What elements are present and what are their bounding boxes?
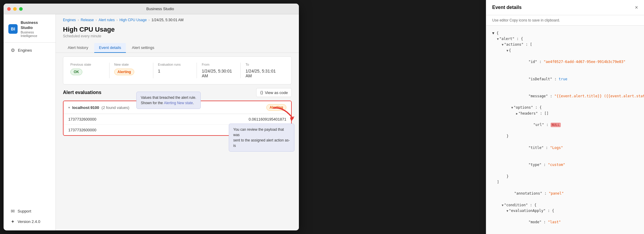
support-label: Support [18,209,31,213]
metric-value-to: 1/24/25, 5:31:01 AM [245,69,279,78]
eval-row: 1737732600000 0.0611609195401871 [64,114,291,125]
eval-col1-1: 1737732600000 [68,117,177,121]
view-as-code-label: View as code [265,90,288,95]
tooltip-payload: You can review the payload that wassent … [229,124,294,152]
page-title: High CPU Usage [63,26,292,33]
json-line: "message" : "{{event.alert.title}} ({{ev… [492,88,638,105]
sidebar-item-version[interactable]: ✦ Version 2.4.0 [6,216,53,227]
breadcrumb-alert-rules[interactable]: Alert rules [98,18,115,22]
sidebar-item-label: Engines [18,48,32,53]
breadcrumb: Engines › Release › Alert rules › High C… [56,14,299,24]
event-panel-body: ▼ { ▼"alert" : { ▼"actions" : [ ▼{ "id" … [486,26,644,234]
view-as-code-button[interactable]: ⟨⟩ View as code [256,88,292,97]
page-subtitle: Scheduled every minute [63,34,292,38]
metric-value-previous: OK [70,69,104,75]
app-name: Business Studio [21,20,51,30]
engines-icon: ⚙ [11,47,15,53]
metric-label-eval: Evaluation runs [158,63,192,66]
app-sub: Business Intelligence [21,30,51,38]
sidebar-item-support[interactable]: ✉ Support [6,206,53,216]
sidebar-logo: BI Business Studio Business Intelligence [4,18,55,43]
json-line: "title" : "Logs" [492,139,638,157]
metric-value-from: 1/24/25, 5:30:01 AM [202,69,236,78]
tab-alert-history[interactable]: Alert history [63,43,93,53]
event-details-panel: Event details × Use editor Copy icons to… [486,0,644,234]
tooltip-text-after: . [193,101,194,105]
json-line: "type" : "custom" [492,156,638,174]
metric-previous-state: Previous state OK [70,63,109,78]
svg-marker-0 [290,116,294,121]
version-label: Version 2.4.0 [18,219,40,224]
badge-alerting: Alerting [114,69,134,75]
json-line: "annotations" : "panel" [492,185,638,202]
json-line: } [492,174,638,179]
json-line: "mode" : "last" [492,214,638,231]
event-panel-header: Event details × [486,0,644,15]
eval-col2-1: 0.0611609195401871 [177,117,287,121]
metric-new-state: New state Alerting [109,63,153,78]
breadcrumb-high-cpu[interactable]: High CPU Usage [119,18,146,22]
metric-label-to: To [245,63,279,66]
close-button[interactable]: × [635,5,638,10]
metric-value-eval: 1 [158,69,192,73]
json-line: ▼ { [492,30,638,36]
metric-label-previous: Previous state [70,63,104,66]
json-line: ▼"evaluationApply" : { [492,208,638,214]
metric-value-new: Alerting [114,69,148,75]
metric-label-new: New state [114,63,148,66]
json-line: "id" : "ae4f0527-6add-4d67-95ee-9914b3c7… [492,53,638,71]
minimize-button[interactable] [13,7,17,11]
eval-col1-2: 1737732600000 [68,128,177,132]
json-line: "isDefault" : true [492,70,638,88]
metric-eval-runs: Evaluation runs 1 [153,63,197,78]
json-line: ▼"options" : { [492,105,638,110]
event-panel-hint: Use editor Copy icons to save in clipboa… [486,15,644,26]
maximize-button[interactable] [19,7,23,11]
sidebar-item-engines[interactable]: ⚙ Engines [6,45,53,56]
tooltip-breached: Values that breached the alert rule.Show… [136,92,201,109]
tooltip-highlight: Alerting New state [164,101,193,105]
json-line: ▼"condition" : { [492,202,638,208]
metric-to: To 1/24/25, 5:31:01 AM [241,63,284,78]
json-line: ▼"actions" : [ [492,42,638,47]
json-line: ▶"headers" : [] [492,111,638,116]
code-icon: ⟨⟩ [260,90,263,95]
title-bar: Business Studio [4,4,299,14]
window-title: Business Studio [25,7,295,11]
source-label: localhost:9100 [72,105,99,110]
sidebar: BI Business Studio Business Intelligence… [4,14,56,230]
json-line: ] [492,179,638,185]
collapse-icon[interactable]: ▾ [68,106,70,109]
page-header: High CPU Usage Scheduled every minute [56,24,299,43]
tab-bar: Alert history Event details Alert settin… [56,43,299,53]
logo-icon: BI [8,24,18,34]
breadcrumb-engines[interactable]: Engines [63,18,76,22]
metric-from: From 1/24/25, 5:30:01 AM [197,63,241,78]
version-icon: ✦ [11,219,15,224]
tooltip-payload-text: You can review the payload that wassent … [233,127,290,148]
main-content: Engines › Release › Alert rules › High C… [56,14,299,230]
breadcrumb-current: 1/24/25, 5:30:01 AM [152,18,183,22]
eval-source: ▾ localhost:9100 (2 found values) [68,105,129,110]
breadcrumb-release[interactable]: Release [81,18,94,22]
json-line: ▼{ [492,48,638,53]
event-panel-title: Event details [492,5,522,10]
tab-event-details[interactable]: Event details [94,43,126,53]
close-button[interactable] [7,7,11,11]
json-line: "url" : NULL [492,116,638,134]
metric-label-from: From [202,63,236,66]
alert-eval-title: Alert evaluations [63,90,101,95]
support-icon: ✉ [11,208,15,214]
json-line: "percentage" : 0 [492,231,638,234]
json-line: } [492,133,638,139]
tab-alert-settings[interactable]: Alert settings [127,43,159,53]
json-line: ▼"alert" : { [492,36,638,42]
badge-ok: OK [70,69,82,75]
metrics-bar: Previous state OK New state Alerting Eva… [63,56,292,84]
eval-count: (2 found values) [101,105,129,110]
red-arrow [272,105,296,124]
